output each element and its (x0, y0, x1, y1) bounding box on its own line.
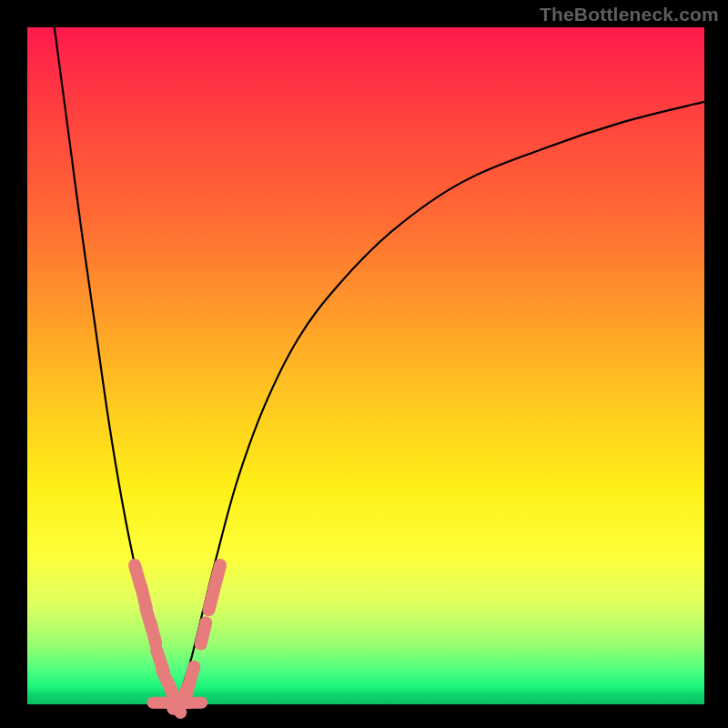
curve-left (55, 27, 177, 704)
data-marker (188, 667, 194, 688)
data-marker (215, 565, 220, 586)
chart-frame: TheBottleneck.com (0, 0, 728, 728)
curve-right (177, 102, 704, 704)
data-marker (150, 622, 156, 643)
chart-svg (0, 0, 728, 728)
data-marker (201, 622, 207, 643)
